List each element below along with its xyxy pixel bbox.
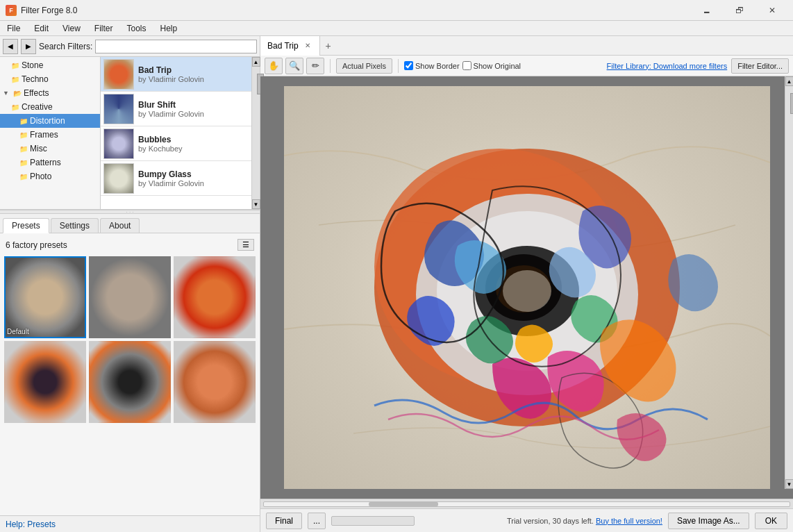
canvas-scroll-down-button[interactable]: ▼ [785, 479, 794, 489]
trial-text: Trial version, 30 days left. Buy the ful… [507, 517, 662, 525]
presets-content: 6 factory presets ☰ Default [0, 233, 260, 515]
preset-thumb-2[interactable] [89, 256, 171, 338]
tree-item-misc[interactable]: 📁 Misc [0, 142, 100, 156]
menu-item-edit[interactable]: Edit [27, 21, 56, 35]
tree-item-frames[interactable]: 📁 Frames [0, 128, 100, 142]
preset-thumb-6[interactable] [174, 341, 256, 423]
menubar: FileEditViewFilterToolsHelp [0, 21, 793, 36]
menu-item-view[interactable]: View [56, 21, 87, 35]
right-tab-label: Bad Trip [267, 41, 299, 51]
canvas-scroll-thumb[interactable] [790, 93, 794, 114]
folder-icon: 📁 [11, 76, 19, 83]
right-panel: Bad Trip ✕ + ✋ 🔍 ✏ Actual Pixels Show Bo… [260, 36, 793, 532]
filter-item-blur-shift[interactable]: Blur Shift by Vladimir Golovin [101, 92, 251, 126]
menu-item-filter[interactable]: Filter [87, 21, 120, 35]
buy-link[interactable]: Buy the full version! [596, 517, 662, 525]
preset-thumb-5[interactable] [89, 341, 171, 423]
left-panel: ◀ ▶ Search Filters: 📁 Stone 📁 Techno ▼ 📂 [0, 36, 260, 532]
show-original-checkbox[interactable] [462, 61, 471, 70]
status-bar-middle [331, 516, 501, 526]
eyedrop-tool-button[interactable]: ✏ [306, 58, 324, 74]
tree-item-label: Photo [30, 172, 51, 181]
canvas-vscrollbar[interactable]: ▲ ▼ [785, 76, 793, 489]
right-tab-close-button[interactable]: ✕ [303, 41, 312, 50]
filter-list: Bad Trip by Vladimir Golovin Blur Shift … [101, 57, 251, 209]
filter-info-bubbles: Bubbles by Kochubey [138, 135, 183, 153]
tree-panel: 📁 Stone 📁 Techno ▼ 📂 Effects 📁 Creative [0, 57, 101, 209]
right-tab-bad-trip[interactable]: Bad Trip ✕ [260, 36, 320, 56]
filter-author: by Kochubey [138, 144, 183, 153]
filter-info-blur-shift: Blur Shift by Vladimir Golovin [138, 100, 204, 118]
trial-message: Trial version, 30 days left. [507, 517, 596, 525]
tree-item-techno[interactable]: 📁 Techno [0, 72, 100, 86]
preset-thumb-1[interactable]: Default [4, 256, 86, 338]
actual-pixels-button[interactable]: Actual Pixels [336, 58, 392, 74]
help-link[interactable]: Help: Presets [6, 519, 56, 529]
final-button[interactable]: Final [266, 513, 302, 529]
menu-item-help[interactable]: Help [153, 21, 185, 35]
nav-forward-button[interactable]: ▶ [21, 39, 36, 54]
search-bar: ◀ ▶ Search Filters: [0, 36, 260, 57]
canvas-area[interactable]: ▲ ▼ [260, 76, 793, 499]
save-image-button[interactable]: Save Image As... [668, 513, 749, 529]
download-filters-link[interactable]: Filter Library: Download more filters [607, 62, 728, 70]
tree-item-distortion[interactable]: 📁 Distortion [0, 114, 100, 128]
tree-item-creative[interactable]: 📁 Creative [0, 100, 100, 114]
show-border-label: Show Border [415, 62, 460, 70]
folder-icon: 📁 [19, 131, 28, 139]
folder-icon: 📁 [19, 159, 28, 167]
menu-item-file[interactable]: File [0, 21, 27, 35]
tree-item-photo[interactable]: 📁 Photo [0, 169, 100, 183]
filter-editor-button[interactable]: Filter Editor... [731, 58, 789, 74]
scroll-track[interactable] [263, 501, 790, 507]
menu-item-tools[interactable]: Tools [120, 21, 153, 35]
filter-thumbnail-bad-trip [103, 59, 134, 90]
preset-label-1: Default [7, 328, 29, 335]
filter-item-bad-trip[interactable]: Bad Trip by Vladimir Golovin [101, 57, 251, 92]
preset-thumb-3[interactable] [174, 256, 256, 338]
filter-name: Bumpy Glass [138, 169, 204, 179]
filter-item-bubbles[interactable]: Bubbles by Kochubey [101, 126, 251, 161]
titlebar-title: Filter Forge 8.0 [21, 6, 77, 15]
tab-presets[interactable]: Presets [3, 218, 49, 233]
zoom-tool-button[interactable]: 🔍 [285, 58, 303, 74]
filter-list-scrollbar[interactable]: ▲ ▼ [251, 57, 260, 209]
canvas-hscrollbar[interactable] [260, 499, 793, 508]
tree-item-label: Creative [22, 102, 53, 112]
titlebar-controls: 🗕 🗗 ✕ [691, 0, 787, 21]
search-input[interactable] [95, 40, 257, 53]
scroll-down-button[interactable]: ▼ [252, 199, 260, 209]
show-border-checkbox[interactable] [404, 61, 413, 70]
folder-open-icon: 📂 [13, 90, 22, 97]
show-original-label: Show Original [474, 62, 521, 70]
presets-menu-button[interactable]: ☰ [237, 239, 254, 251]
scroll-thumb[interactable] [369, 502, 438, 506]
right-tab-add-button[interactable]: + [320, 38, 337, 54]
ok-button[interactable]: OK [755, 513, 787, 529]
app-icon: F [6, 5, 17, 16]
tree-item-patterns[interactable]: 📁 Patterns [0, 156, 100, 169]
main-layout: ◀ ▶ Search Filters: 📁 Stone 📁 Techno ▼ 📂 [0, 36, 793, 532]
close-button[interactable]: ✕ [756, 0, 787, 21]
maximize-button[interactable]: 🗗 [724, 0, 755, 21]
minimize-button[interactable]: 🗕 [691, 0, 722, 21]
tree-item-label: Stone [22, 60, 43, 70]
tree-item-stone[interactable]: 📁 Stone [0, 58, 100, 72]
tab-about[interactable]: About [100, 218, 140, 233]
dots-button[interactable]: ... [308, 513, 326, 529]
canvas-scroll-up-button[interactable]: ▲ [785, 76, 794, 86]
filter-item-bumpy-glass[interactable]: Bumpy Glass by Vladimir Golovin [101, 161, 251, 196]
tree-item-effects[interactable]: ▼ 📂 Effects [0, 86, 100, 100]
titlebar: F Filter Forge 8.0 🗕 🗗 ✕ [0, 0, 793, 21]
right-toolbar-right: Filter Library: Download more filters Fi… [607, 58, 789, 74]
nav-back-button[interactable]: ◀ [3, 39, 18, 54]
folder-icon: 📁 [11, 62, 19, 69]
hand-tool-button[interactable]: ✋ [265, 58, 283, 74]
preset-thumb-4[interactable] [4, 341, 86, 423]
scroll-up-button[interactable]: ▲ [252, 57, 260, 67]
tab-settings[interactable]: Settings [51, 218, 99, 233]
tree-item-label: Misc [30, 144, 47, 153]
help-bar[interactable]: Help: Presets [0, 515, 260, 532]
toolbar-separator-1 [330, 59, 331, 73]
tree-item-label: Effects [24, 88, 49, 98]
